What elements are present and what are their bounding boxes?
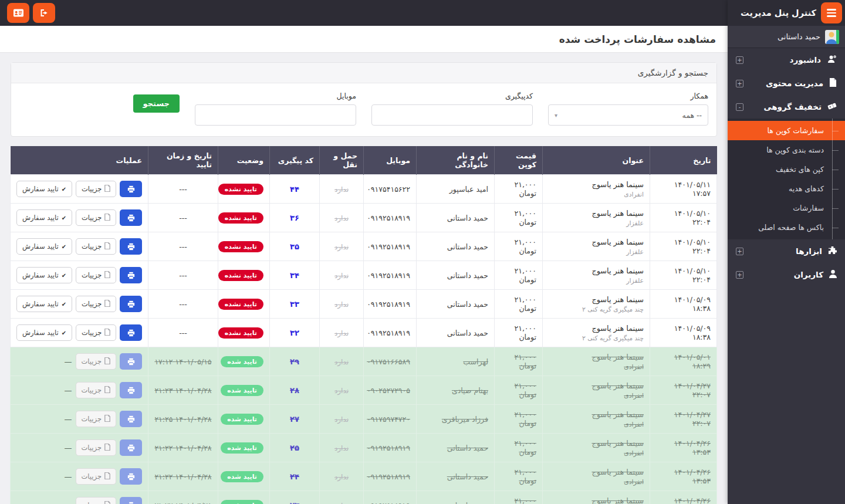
confirm-order-button[interactable]: ✔ تایید سفارش [16,209,72,226]
details-button[interactable]: جزییات [76,267,116,283]
contact-card-button[interactable] [7,3,29,23]
logout-button[interactable] [33,3,55,23]
print-button[interactable] [120,324,142,341]
price-cell: ۲۱,۰۰۰ تومان [495,376,543,405]
tracking-code-cell: ۳۲ [270,319,320,347]
print-button[interactable] [120,439,142,456]
details-button-label: جزییات [82,300,102,308]
status-badge: تایید شده [221,414,263,425]
print-button[interactable] [120,238,142,255]
details-button[interactable]: جزییات [76,468,116,485]
print-button[interactable] [120,382,142,398]
order-row: ۱۴۰۱/۰۵/۰۱ ۱۸:۲۹ سینما هنر یاسوج انفرادی… [11,347,717,376]
sidebar-subitem[interactable]: سفارشات کوپن ها [728,121,845,140]
tracking-code-cell: ۳۶ [270,204,320,232]
mobile-cell: ۰۹۱۹۲۵۱۸۹۱۹ [364,261,417,290]
status-cell: تایید شده [218,405,270,434]
status-badge: تایید نشده [218,241,263,252]
details-button-label: جزییات [82,444,102,452]
expand-minus-icon[interactable]: - [736,103,743,111]
confirm-order-button[interactable]: ✔ تایید سفارش [16,296,72,312]
coupon-title: سینما هنر یاسوج [549,295,644,304]
document-icon [104,501,110,504]
details-button[interactable]: جزییات [76,411,116,427]
order-row: ۱۴۰۱/۰۴/۲۷ ۲۲:۰۷ سینما هنر یاسوج انفرادی… [11,405,717,434]
title-cell: سینما هنر یاسوج انفرادی [543,405,650,434]
sidebar-item-label: داشبورد [789,55,821,65]
sidebar-subitem-label: دسته بندی کوپن ها [766,146,824,154]
mobile-cell: ۰۹۱۹۲۵۱۸۹۱۹ [364,204,417,232]
sidebar-item-users[interactable]: کاربران + [728,263,845,286]
details-button[interactable]: جزییات [76,296,116,312]
print-button[interactable] [120,353,142,370]
mobile-cell: ۰۹۱۹۲۵۱۸۹۱۹ [364,491,417,504]
colleague-select-value: -- همه [682,111,702,120]
confirm-order-button[interactable]: ✔ تایید سفارش [16,238,72,255]
details-button[interactable]: جزییات [76,353,116,370]
date-cell: ۱۴۰۱/۰۴/۲۶ ۱۳:۵۳ [650,491,717,504]
confirm-order-label: تایید سفارش [22,271,59,279]
expand-plus-icon[interactable]: + [736,271,743,279]
search-button[interactable]: جستجو [133,94,180,113]
date-cell: ۱۴۰۱/۰۵/۱۱ ۱۷:۵۷ [650,175,717,204]
confirm-order-button[interactable]: ✔ تایید سفارش [16,267,72,283]
coupon-title: سینما هنر یاسوج [549,180,644,189]
details-button[interactable]: جزییات [76,238,116,255]
coupon-title: سینما هنر یاسوج [549,266,644,275]
sidebar-subitem[interactable]: سفارشات [728,198,845,218]
tracking-code-cell: ۴۴ [270,175,320,204]
print-button[interactable] [120,296,142,312]
print-button[interactable] [120,468,142,485]
sidebar-item-content-management[interactable]: مدیریت محتوی + [728,72,845,95]
coupon-subtitle: انفرادی [549,449,644,457]
date-cell: ۱۴۰۱/۰۵/۱۰ ۲۲:۰۴ [650,261,717,290]
print-button[interactable] [120,181,142,197]
colleague-select[interactable]: -- همه ▾ [548,104,708,126]
shipping-cell: ندارد [320,434,364,462]
confirm-order-label: تایید سفارش [22,329,59,337]
details-button[interactable]: جزییات [76,382,116,398]
status-badge: تایید شده [221,356,263,367]
expand-plus-icon[interactable]: + [736,80,743,87]
print-button[interactable] [120,497,142,504]
sidebar-subitem[interactable]: باکس ها صفحه اصلی [728,218,845,237]
mobile-field: موبایل [195,92,356,126]
check-icon: ✔ [62,186,66,192]
dashboard-user-icon [827,55,837,66]
details-button[interactable]: جزییات [76,209,116,226]
mobile-input[interactable] [195,104,356,126]
tracking-code-input[interactable] [371,104,533,126]
print-button[interactable] [120,411,142,427]
expand-plus-icon[interactable]: + [736,56,743,64]
print-button[interactable] [120,209,142,226]
confirm-order-button[interactable]: ✔ تایید سفارش [16,181,72,197]
hamburger-menu-button[interactable] [821,2,842,23]
sidebar-item-group-discount[interactable]: تخفیف گروهی - [728,95,845,119]
operations-cell: جزییات ✔ تایید سفارش — [11,405,148,434]
date-cell: ۱۴۰۱/۰۴/۲۷ ۲۲:۰۷ [650,376,717,405]
table-header: تاریخعنوانقیمت کوپننام و نام خانوادگیموب… [11,146,717,175]
sidebar-subitem[interactable]: کپن های تخفیف [728,160,845,179]
confirm-order-button[interactable]: ✔ تایید سفارش [16,324,72,341]
price-cell: ۲۱,۰۰۰ تومان [495,261,543,290]
details-button[interactable]: جزییات [76,181,116,197]
details-button[interactable]: جزییات [76,324,116,341]
order-row: ۱۴۰۱/۰۵/۰۹ ۱۸:۳۸ سینما هنر یاسوج چند میگ… [11,290,717,319]
no-action-dash: — [65,386,72,395]
status-cell: تایید نشده [218,204,270,232]
details-button[interactable]: جزییات [76,439,116,456]
sidebar-subitem[interactable]: دسته بندی کوپن ها [728,140,845,160]
expand-plus-icon[interactable]: + [736,248,743,255]
coupon-title: سینما هنر یاسوج [549,439,644,448]
sidebar-item-tools[interactable]: ابزارها + [728,239,845,263]
sidebar-item-dashboard[interactable]: داشبورد + [728,48,845,72]
title-cell: سینما هنر یاسوج علفزار [543,232,650,261]
sidebar-user[interactable]: حمید داستانی [728,26,845,48]
shipping-cell: ندارد [320,405,364,434]
operations-cell: جزییات ✔ تایید سفارش — [11,491,148,504]
document-icon [104,271,110,280]
print-button[interactable] [120,267,142,283]
titlebar: مشاهده سفارشات پرداخت شده [0,26,728,53]
sidebar-subitem[interactable]: کدهای هدیه [728,179,845,198]
details-button[interactable]: جزییات [76,497,116,504]
